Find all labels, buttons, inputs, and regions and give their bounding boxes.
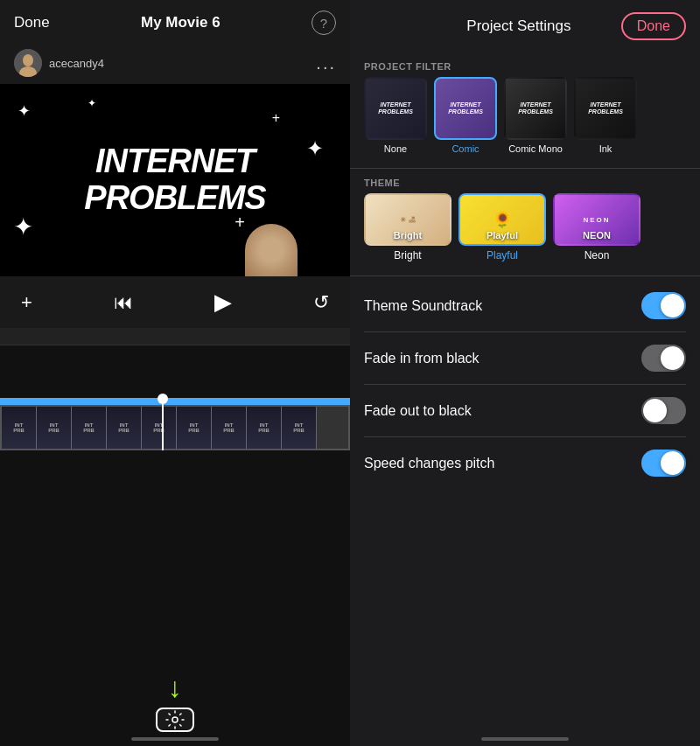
done-button-right[interactable]: Done bbox=[621, 12, 686, 40]
theme-soundtrack-toggle[interactable] bbox=[641, 292, 686, 319]
filter-name-comic-mono: Comic Mono bbox=[508, 143, 563, 154]
fade-in-label: Fade in from black bbox=[364, 351, 480, 366]
fade-in-toggle[interactable] bbox=[641, 345, 686, 372]
speed-pitch-toggle[interactable] bbox=[641, 450, 686, 477]
settings-row-speed-pitch: Speed changes pitch bbox=[364, 437, 686, 489]
rewind-button[interactable]: ⏮ bbox=[107, 288, 140, 317]
filter-thumb-comic-mono: INTERNETPROBLEMS bbox=[504, 77, 567, 140]
home-indicator bbox=[131, 737, 219, 741]
avatar bbox=[14, 49, 42, 77]
settings-row-fade-out: Fade out to black bbox=[364, 385, 686, 437]
filter-name-ink: Ink bbox=[599, 143, 612, 154]
theme-name-playful: Playful bbox=[486, 249, 518, 261]
filter-name-comic: Comic bbox=[452, 143, 479, 154]
filmstrip[interactable]: INTPRB INTPRB INTPRB INTPRB INTPRB INTPR… bbox=[0, 405, 350, 450]
video-preview: ✦ ✦ ✦ ✦ + + INTERNET PROBLEMS bbox=[0, 84, 350, 276]
film-frame: INTPRB bbox=[107, 407, 142, 449]
playback-controls: + ⏮ ▶ ↺ bbox=[0, 276, 350, 328]
username: acecandy4 bbox=[49, 57, 316, 70]
divider-1 bbox=[350, 168, 700, 169]
page-title: Project Settings bbox=[416, 17, 621, 35]
filter-item-none[interactable]: INTERNETPROBLEMS None bbox=[364, 77, 427, 154]
add-clip-button[interactable]: + bbox=[14, 288, 39, 317]
filter-name-none: None bbox=[384, 143, 407, 154]
left-subheader: acecandy4 ... bbox=[0, 45, 350, 84]
film-frame: INTPRB bbox=[282, 407, 317, 449]
theme-scroll-area: ☀ 🏖 Bright Bright 🌻 Playful Playful NEON bbox=[350, 193, 700, 272]
theme-name-neon: Neon bbox=[584, 249, 610, 261]
help-button[interactable]: ? bbox=[312, 10, 336, 35]
toggle-knob-fade-in bbox=[661, 346, 684, 370]
settings-button[interactable] bbox=[156, 708, 194, 732]
toggle-knob-fade-out bbox=[643, 399, 667, 422]
star-decoration: ✦ bbox=[18, 101, 31, 121]
film-frame: INTPRB bbox=[37, 407, 72, 449]
video-caption: INTERNET PROBLEMS bbox=[84, 143, 265, 217]
theme-item-bright[interactable]: ☀ 🏖 Bright Bright bbox=[364, 193, 452, 261]
toggle-knob-speed-pitch bbox=[661, 451, 684, 475]
filter-item-comic[interactable]: INTERNETPROBLEMS Comic bbox=[434, 77, 497, 154]
film-frame: INTPRB bbox=[2, 407, 37, 449]
theme-thumb-playful: 🌻 Playful bbox=[458, 193, 546, 246]
theme-item-playful[interactable]: 🌻 Playful Playful bbox=[458, 193, 546, 261]
filter-thumb-comic: INTERNETPROBLEMS bbox=[434, 77, 497, 140]
star-decoration-2: ✦ bbox=[88, 97, 96, 109]
theme-section-label: THEME bbox=[350, 172, 700, 193]
undo-button[interactable]: ↺ bbox=[306, 288, 336, 317]
divider-2 bbox=[350, 275, 700, 276]
film-frame: INTPRB bbox=[212, 407, 247, 449]
svg-point-1 bbox=[23, 54, 33, 66]
theme-label-playful: Playful bbox=[460, 230, 544, 241]
filter-thumb-ink: INTERNETPROBLEMS bbox=[574, 77, 637, 140]
playhead[interactable] bbox=[162, 398, 164, 450]
star-decoration-4: ✦ bbox=[13, 213, 33, 241]
theme-label-bright: Bright bbox=[366, 230, 450, 241]
film-frame: INTPRB bbox=[247, 407, 282, 449]
star-decoration-5: + bbox=[272, 110, 280, 126]
filter-item-ink[interactable]: INTERNETPROBLEMS Ink bbox=[574, 77, 637, 154]
filter-thumb-none: INTERNETPROBLEMS bbox=[364, 77, 427, 140]
timeline-ruler bbox=[0, 328, 350, 345]
speed-pitch-label: Speed changes pitch bbox=[364, 456, 494, 471]
right-header: Project Settings Done bbox=[350, 0, 700, 52]
film-frame: INTPRB bbox=[72, 407, 107, 449]
play-button[interactable]: ▶ bbox=[207, 285, 239, 319]
theme-soundtrack-label: Theme Soundtrack bbox=[364, 298, 482, 314]
audio-track-bar bbox=[0, 398, 350, 405]
settings-list: Theme Soundtrack Fade in from black Fade… bbox=[350, 280, 700, 489]
star-decoration-3: ✦ bbox=[306, 136, 324, 161]
left-panel: Done My Movie 6 ? acecandy4 ... ✦ ✦ ✦ ✦ … bbox=[0, 0, 350, 746]
svg-point-3 bbox=[172, 717, 178, 722]
settings-row-fade-in: Fade in from black bbox=[364, 332, 686, 385]
theme-thumb-bright: ☀ 🏖 Bright bbox=[364, 193, 452, 246]
settings-row-theme-soundtrack: Theme Soundtrack bbox=[364, 280, 686, 332]
bottom-toolbar: ↓ bbox=[0, 676, 350, 746]
filter-scroll-area: INTERNETPROBLEMS None INTERNETPROBLEMS C… bbox=[350, 77, 700, 164]
timeline-area: INTPRB INTPRB INTPRB INTPRB INTPRB INTPR… bbox=[0, 328, 350, 746]
film-frame: INTPRB bbox=[142, 407, 177, 449]
star-decoration-6: + bbox=[234, 213, 245, 233]
theme-label-neon: NEON bbox=[555, 230, 639, 241]
filter-item-comic-mono[interactable]: INTERNETPROBLEMS Comic Mono bbox=[504, 77, 567, 154]
home-indicator-right bbox=[481, 737, 569, 741]
timeline-track[interactable]: INTPRB INTPRB INTPRB INTPRB INTPRB INTPR… bbox=[0, 398, 350, 450]
settings-arrow-icon: ↓ bbox=[168, 672, 182, 704]
more-options[interactable]: ... bbox=[316, 53, 336, 73]
gear-icon bbox=[164, 709, 186, 730]
filter-section-label: PROJECT FILTER bbox=[350, 52, 700, 77]
fade-out-label: Fade out to black bbox=[364, 403, 472, 419]
movie-title: My Movie 6 bbox=[141, 14, 220, 31]
fade-out-toggle[interactable] bbox=[641, 397, 686, 424]
done-button-left[interactable]: Done bbox=[14, 14, 50, 31]
left-header: Done My Movie 6 ? bbox=[0, 0, 350, 45]
face-overlay bbox=[245, 224, 298, 276]
right-panel: Project Settings Done PROJECT FILTER INT… bbox=[350, 0, 700, 746]
theme-item-neon[interactable]: NEON NEON Neon bbox=[553, 193, 640, 261]
theme-name-bright: Bright bbox=[394, 249, 421, 261]
theme-thumb-neon: NEON NEON bbox=[553, 193, 640, 246]
film-frame: INTPRB bbox=[177, 407, 212, 449]
toggle-knob bbox=[661, 294, 684, 317]
